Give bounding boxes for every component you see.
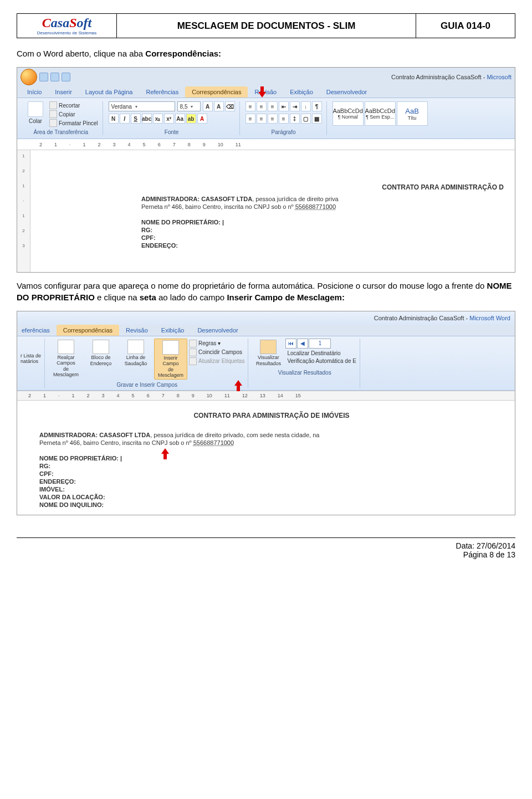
tab-correspondencias[interactable]: Correspondências — [57, 325, 119, 336]
group-left-partial: r Lista de natários — [19, 339, 45, 388]
redo-icon[interactable] — [62, 73, 70, 81]
underline-button[interactable]: S — [131, 114, 141, 124]
horizontal-ruler-2: 21·123456789101112131415 — [17, 391, 515, 401]
undo-icon[interactable] — [50, 73, 59, 81]
italic-button[interactable]: I — [120, 114, 130, 124]
justify-icon[interactable]: ≡ — [279, 114, 289, 124]
office-button-icon[interactable] — [21, 69, 37, 85]
cut-button[interactable]: Recortar — [49, 101, 98, 109]
page-footer: Data: 27/06/2014 Página 8 de 13 — [17, 537, 515, 559]
align-left-icon[interactable]: ≡ — [245, 114, 255, 124]
superscript-button[interactable]: x² — [164, 114, 174, 124]
group-label: Área de Transferência — [24, 129, 98, 135]
group-clipboard: Colar Recortar Copiar Formatar Pincel Ár… — [19, 101, 103, 135]
tab-inserir[interactable]: Inserir — [48, 86, 79, 98]
case-button[interactable]: Aa — [175, 114, 185, 124]
shading-icon[interactable]: ▢ — [301, 114, 311, 124]
window-title: Contrato Administração CasaSoft - Micros… — [391, 74, 511, 80]
contract-heading: CONTRATO PARA ADMINISTRAÇÃO D — [141, 183, 504, 191]
auto-check-button[interactable]: Verificação Automática de E — [285, 358, 356, 364]
address-icon — [93, 340, 109, 354]
multilevel-icon[interactable]: ≡ — [268, 101, 278, 111]
update-labels-button[interactable]: Atualizar Etiquetas — [189, 357, 244, 365]
address-block-button[interactable]: Bloco deEndereço — [84, 339, 117, 367]
tab-desenvolvedor[interactable]: Desenvolvedor — [320, 86, 374, 98]
tab-exibicao[interactable]: Exibição — [283, 86, 320, 98]
quick-access-toolbar: Contrato Administração CasaSoft - Micros… — [17, 68, 515, 86]
field-nome: NOME DO PROPRIETÁRIO: | — [141, 219, 504, 226]
admin-line: ADMINISTRADORA: CASASOFT LTDA, pessoa ju… — [141, 196, 504, 202]
tab-revisao[interactable]: Revisão — [119, 325, 155, 336]
font-size-combo[interactable]: 8,5 — [177, 101, 201, 111]
tab-referencias-partial[interactable]: eferências — [21, 325, 57, 336]
grow-font-icon[interactable]: A — [203, 101, 213, 111]
doc-title: MESCLAGEM DE DOCUMENTOS - SLIM — [116, 13, 416, 38]
ribbon-inicio: Colar Recortar Copiar Formatar Pincel Ár… — [17, 98, 515, 139]
highlight-merge-fields-button[interactable]: Realçar Camposde Mesclagem — [49, 339, 83, 378]
field-cpf: CPF: — [141, 234, 504, 241]
tab-referencias[interactable]: Referências — [140, 86, 186, 98]
group-label: Gravar e Inserir Campos — [116, 382, 177, 388]
style-normal[interactable]: AaBbCcDd¶ Normal — [332, 101, 364, 126]
record-number-input[interactable]: 1 — [309, 339, 331, 349]
prev-record-button[interactable]: ◀ — [297, 339, 308, 349]
align-right-icon[interactable]: ≡ — [268, 114, 278, 124]
group-write-insert: Realçar Camposde Mesclagem Bloco deEnder… — [46, 339, 248, 388]
tab-layout[interactable]: Layout da Página — [79, 86, 140, 98]
indent-dec-icon[interactable]: ⇤ — [279, 101, 289, 111]
field-valor: VALOR DA LOCAÇÃO: — [39, 494, 504, 500]
indent-inc-icon[interactable]: ⇥ — [290, 101, 300, 111]
style-sem-esp[interactable]: AaBbCcDd¶ Sem Esp... — [365, 101, 396, 126]
insert-merge-field-button[interactable]: Inserir Campode Mesclagem — [154, 339, 187, 380]
rules-button[interactable]: Regras ▾ — [189, 340, 244, 347]
footer-date: Data: 27/06/2014 — [17, 541, 515, 550]
pilcrow-icon[interactable]: ¶ — [312, 101, 322, 111]
record-nav: ⏮ ◀ 1 — [285, 339, 356, 349]
clear-format-icon[interactable]: ⌫ — [225, 101, 235, 111]
font-name-combo[interactable]: Verdana — [109, 101, 175, 111]
greeting-line-button[interactable]: Linha deSaudação — [119, 339, 152, 367]
preview-results-button[interactable]: VisualizarResultados — [253, 339, 284, 367]
footer-page: Página 8 de 13 — [17, 550, 515, 559]
copy-button[interactable]: Copiar — [49, 110, 98, 118]
paste-button[interactable]: Colar — [24, 101, 47, 124]
document-page[interactable]: CONTRATO PARA ADMINISTRAÇÃO D ADMINISTRA… — [30, 150, 515, 272]
rules-icon — [189, 340, 197, 347]
align-center-icon[interactable]: ≡ — [257, 114, 267, 124]
numbering-icon[interactable]: ≡ — [257, 101, 267, 111]
subscript-button[interactable]: x₂ — [153, 114, 163, 124]
window-title: Contrato Administração CasaSoft - Micros… — [374, 315, 510, 321]
tab-inicio[interactable]: Início — [21, 86, 48, 98]
tab-exibicao[interactable]: Exibição — [155, 325, 191, 336]
contract-heading: CONTRATO PARA ADMINISTRAÇÃO DE IMÓVEIS — [39, 412, 504, 419]
first-record-button[interactable]: ⏮ — [285, 339, 296, 349]
borders-icon[interactable]: ▦ — [312, 114, 322, 124]
strike-button[interactable]: abc — [142, 114, 152, 124]
group-paragraph: ≡≡≡ ⇤⇥ ↓¶ ≡≡≡≡ ‡▢▦ Parágrafo — [241, 101, 327, 135]
guide-id: GUIA 014-0 — [416, 13, 515, 38]
text: r Lista de — [21, 353, 41, 358]
tab-correspondencias[interactable]: Correspondências — [185, 86, 248, 98]
save-icon[interactable] — [39, 73, 48, 81]
find-recipient-button[interactable]: Localizar Destinatário — [285, 350, 356, 356]
line-spacing-icon[interactable]: ‡ — [290, 114, 300, 124]
red-arrow-icon — [234, 380, 242, 392]
bullets-icon[interactable]: ≡ — [245, 101, 255, 111]
sort-icon[interactable]: ↓ — [301, 101, 311, 111]
match-fields-button[interactable]: Coincidir Campos — [189, 349, 244, 356]
copy-icon — [49, 110, 57, 118]
text: natários — [21, 358, 38, 364]
screenshot-word-2: Contrato Administração CasaSoft - Micros… — [17, 311, 515, 515]
page-header: CasaSoft Desenvolvimento de Sistemas MES… — [17, 13, 515, 38]
tab-desenvolvedor[interactable]: Desenvolvedor — [191, 325, 244, 336]
red-arrow-icon — [161, 448, 169, 460]
document-page-2[interactable]: CONTRATO PARA ADMINISTRAÇÃO DE IMÓVEIS A… — [17, 401, 515, 515]
style-titulo[interactable]: AaBTítu — [397, 101, 428, 126]
highlight-button[interactable]: ab — [186, 114, 196, 124]
text-bold: Correspondências: — [145, 49, 221, 58]
shrink-font-icon[interactable]: A — [214, 101, 224, 111]
format-painter-button[interactable]: Formatar Pincel — [49, 119, 98, 127]
bold-button[interactable]: N — [109, 114, 119, 124]
screenshot-word-1: Contrato Administração CasaSoft - Micros… — [17, 67, 515, 273]
font-color-button[interactable]: A — [197, 114, 207, 124]
